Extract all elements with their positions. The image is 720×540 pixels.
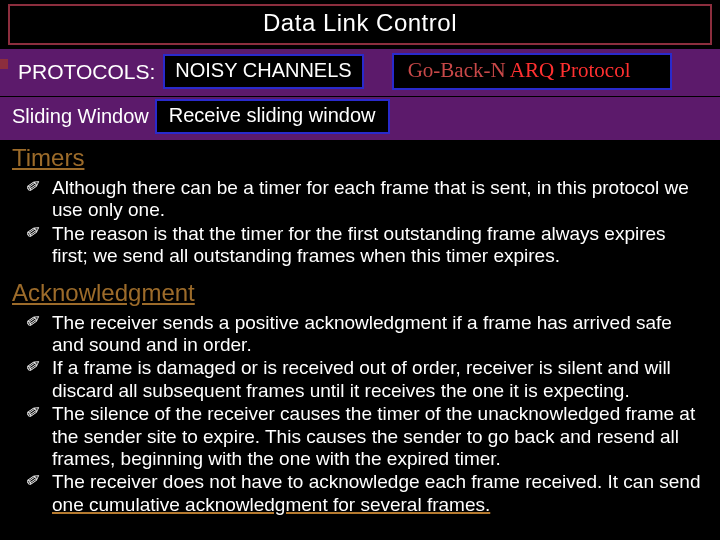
timers-bullets: Although there can be a timer for each f… (0, 174, 720, 275)
slide-root: Data Link Control PROTOCOLS: NOISY CHANN… (0, 4, 720, 540)
go-back-n-chip: Go-Back-N ARQ Protocol (392, 53, 673, 90)
timers-heading: Timers (0, 140, 720, 174)
receive-window-chip: Receive sliding window (155, 99, 390, 134)
protocols-label: PROTOCOLS: (4, 60, 155, 84)
ack-heading: Acknowledgment (0, 275, 720, 309)
sliding-window-label: Sliding Window (8, 105, 151, 128)
goback-prefix: Go-Back-N (408, 58, 510, 82)
slide-title: Data Link Control (263, 9, 457, 36)
ack-last-prefix: The receiver does not have to acknowledg… (52, 471, 701, 492)
ack-bullets: The receiver sends a positive acknowledg… (0, 309, 720, 524)
goback-suffix: ARQ Protocol (510, 58, 631, 82)
timers-heading-text: Timers (12, 144, 84, 171)
sliding-window-row: Sliding Window Receive sliding window (0, 96, 720, 140)
list-item: If a frame is damaged or is received out… (34, 357, 706, 402)
list-item: The silence of the receiver causes the t… (34, 403, 706, 470)
title-bar: Data Link Control (8, 4, 712, 45)
list-item: The receiver sends a positive acknowledg… (34, 312, 706, 357)
noisy-channels-chip: NOISY CHANNELS (163, 54, 363, 89)
ack-heading-text: Acknowledgment (12, 279, 195, 306)
list-item: The reason is that the timer for the fir… (34, 223, 706, 268)
ack-last-underlined: one cumulative acknowledgment for severa… (52, 494, 490, 515)
protocols-row: PROTOCOLS: NOISY CHANNELS Go-Back-N ARQ … (0, 49, 720, 96)
list-item: Although there can be a timer for each f… (34, 177, 706, 222)
list-item: The receiver does not have to acknowledg… (34, 471, 706, 516)
